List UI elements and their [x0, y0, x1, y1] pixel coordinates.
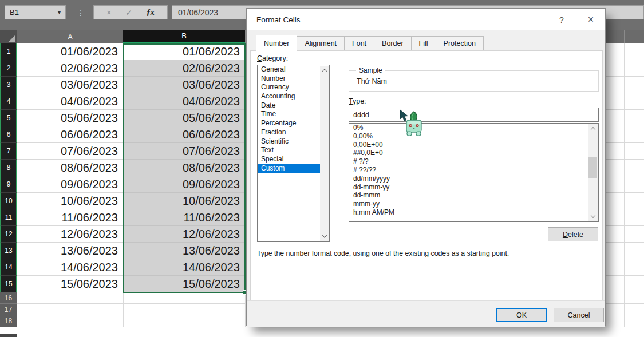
cell-A8[interactable]: 08/06/2023	[17, 160, 123, 176]
cell-A11[interactable]: 11/06/2023	[17, 209, 123, 226]
cell-A13[interactable]: 13/06/2023	[17, 243, 123, 259]
tab-number[interactable]: Number	[256, 35, 297, 51]
select-all-button[interactable]	[0, 30, 17, 43]
type-option-0[interactable]: 0%	[349, 124, 598, 132]
cell-A14[interactable]: 14/06/2023	[17, 259, 123, 276]
type-option-7[interactable]: dd-mmm-yy	[349, 183, 598, 192]
row-header-18[interactable]: 18	[0, 315, 17, 327]
cell-D13[interactable]	[624, 243, 644, 259]
cell-A10[interactable]: 10/06/2023	[17, 193, 123, 209]
tab-alignment[interactable]: Alignment	[297, 36, 345, 50]
cell-B16[interactable]	[123, 292, 245, 304]
row-header-2[interactable]: 2	[0, 60, 17, 77]
tab-border[interactable]: Border	[374, 36, 412, 50]
cell-D5[interactable]	[624, 110, 644, 126]
type-option-1[interactable]: 0,00%	[349, 132, 598, 141]
cell-B5[interactable]: 05/06/2023	[123, 110, 245, 126]
category-scrollbar[interactable]	[320, 66, 329, 241]
category-item-accounting[interactable]: Accounting	[258, 92, 321, 101]
row-header-5[interactable]: 5	[0, 110, 17, 126]
column-header-D[interactable]	[624, 30, 644, 43]
dialog-titlebar[interactable]: Format Cells	[247, 9, 605, 30]
cell-A17[interactable]	[17, 304, 123, 315]
cell-B7[interactable]: 07/06/2023	[123, 143, 245, 160]
type-input[interactable]: dddd	[349, 108, 599, 122]
cell-D6[interactable]	[624, 126, 644, 143]
cell-A9[interactable]: 09/06/2023	[17, 176, 123, 193]
row-header-4[interactable]: 4	[0, 93, 17, 110]
cell-D2[interactable]	[624, 60, 644, 77]
cell-B9[interactable]: 09/06/2023	[123, 176, 245, 193]
cell-B12[interactable]: 12/06/2023	[123, 226, 245, 243]
row-header-11[interactable]: 11	[0, 209, 17, 226]
scroll-down-icon[interactable]	[588, 212, 598, 221]
category-item-scientific[interactable]: Scientific	[258, 137, 321, 146]
delete-button[interactable]: Delete	[548, 227, 598, 241]
enter-entry-icon[interactable]: ✓	[125, 8, 132, 17]
cell-D10[interactable]	[624, 193, 644, 209]
cell-A18[interactable]	[17, 315, 123, 327]
cell-B14[interactable]: 14/06/2023	[123, 259, 245, 276]
drag-handle-icon[interactable]: ⋮	[77, 5, 85, 19]
cell-D12[interactable]	[624, 226, 644, 243]
category-item-special[interactable]: Special	[258, 155, 321, 164]
cell-B1[interactable]: 01/06/2023	[123, 43, 245, 60]
name-box-dropdown-icon[interactable]: ▾	[58, 9, 61, 15]
cell-D9[interactable]	[624, 176, 644, 193]
row-header-14[interactable]: 14	[0, 259, 17, 276]
cell-B17[interactable]	[123, 304, 245, 315]
row-header-6[interactable]: 6	[0, 126, 17, 143]
cell-B13[interactable]: 13/06/2023	[123, 243, 245, 259]
cell-A15[interactable]: 15/06/2023	[17, 276, 123, 292]
dialog-help-icon[interactable]: ?	[554, 14, 569, 26]
scroll-down-icon[interactable]	[320, 232, 329, 241]
scroll-up-icon[interactable]	[320, 66, 329, 75]
tab-fill[interactable]: Fill	[412, 36, 436, 50]
category-item-number[interactable]: Number	[258, 74, 321, 84]
cell-A6[interactable]: 06/06/2023	[17, 126, 123, 143]
row-header-19-partial[interactable]	[0, 334, 17, 337]
name-box[interactable]: B1 ▾	[5, 5, 66, 19]
type-option-4[interactable]: # ?/?	[349, 157, 598, 166]
cell-B15[interactable]: 15/06/2023	[123, 276, 245, 292]
cell-A5[interactable]: 05/06/2023	[17, 110, 123, 126]
row-header-7[interactable]: 7	[0, 143, 17, 160]
cell-D4[interactable]	[624, 93, 644, 110]
ok-button[interactable]: OK	[496, 308, 547, 322]
insert-function-icon[interactable]: ƒx	[147, 8, 155, 17]
category-item-date[interactable]: Date	[258, 101, 321, 110]
cell-D15[interactable]	[624, 276, 644, 292]
cell-D14[interactable]	[624, 259, 644, 276]
cell-D7[interactable]	[624, 143, 644, 160]
cell-A16[interactable]	[17, 292, 123, 304]
scroll-up-icon[interactable]	[588, 124, 598, 133]
row-header-13[interactable]: 13	[0, 243, 17, 259]
type-option-9[interactable]: mmm-yy	[349, 200, 598, 208]
category-item-text[interactable]: Text	[258, 146, 321, 155]
cell-B6[interactable]: 06/06/2023	[123, 126, 245, 143]
cell-D3[interactable]	[624, 77, 644, 93]
type-option-6[interactable]: dd/mm/yyyy	[349, 175, 598, 183]
cell-A7[interactable]: 07/06/2023	[17, 143, 123, 160]
row-header-3[interactable]: 3	[0, 77, 17, 93]
type-option-3[interactable]: ##0,0E+0	[349, 149, 598, 157]
cell-B2[interactable]: 02/06/2023	[123, 60, 245, 77]
dialog-close-icon[interactable]: ×	[582, 13, 599, 26]
row-header-8[interactable]: 8	[0, 160, 17, 176]
cancel-button[interactable]: Cancel	[554, 308, 604, 322]
cell-D8[interactable]	[624, 160, 644, 176]
column-header-B[interactable]: B	[123, 30, 245, 43]
cell-D1[interactable]	[624, 43, 644, 60]
tab-font[interactable]: Font	[345, 36, 374, 50]
cell-B10[interactable]: 10/06/2023	[123, 193, 245, 209]
category-item-time[interactable]: Time	[258, 110, 321, 119]
cell-B18[interactable]	[123, 315, 245, 327]
row-header-16[interactable]: 16	[0, 292, 17, 304]
type-option-5[interactable]: # ??/??	[349, 166, 598, 175]
cell-B8[interactable]: 08/06/2023	[123, 160, 245, 176]
type-option-10[interactable]: h:mm AM/PM	[349, 208, 598, 217]
cell-A4[interactable]: 04/06/2023	[17, 93, 123, 110]
cell-A3[interactable]: 03/06/2023	[17, 77, 123, 93]
row-header-9[interactable]: 9	[0, 176, 17, 193]
cell-D18[interactable]	[624, 315, 644, 327]
